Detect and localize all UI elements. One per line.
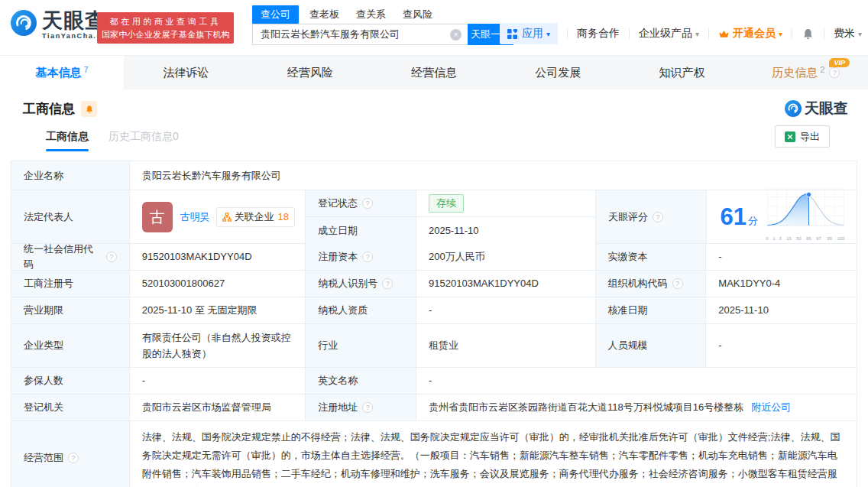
help-icon[interactable]	[106, 252, 117, 262]
open-vip-menu[interactable]: 开通会员	[718, 27, 782, 41]
subscribe-bell-icon[interactable]	[81, 101, 97, 117]
help-icon[interactable]	[68, 453, 79, 463]
established-date-value: 2025-11-10	[429, 223, 479, 239]
slogan-line2: 国家中小企业发展子基金旗下机构	[102, 28, 229, 41]
insured-count-value: -	[142, 373, 145, 388]
table-row: 企业类型 有限责任公司（非自然人投资或控股的法人独资） 行业 租赁业 人员规模 …	[11, 324, 857, 368]
clear-icon[interactable]	[450, 29, 462, 41]
registered-capital-value: 200万人民币	[429, 249, 485, 265]
business-registration-table: 企业名称 贵阳云岩长黔汽车服务有限公司 法定代表人 古 古明昊 关联企业 18 …	[11, 161, 857, 487]
field-label: 成立日期	[318, 223, 358, 239]
excel-icon	[785, 131, 795, 142]
legal-rep-name-link[interactable]: 古明昊	[180, 209, 210, 225]
taxpayer-quality-value: -	[429, 303, 432, 318]
nearby-companies-link[interactable]: 附近公司	[751, 400, 791, 415]
tab-label: 历史信息	[772, 66, 818, 80]
org-chart-icon	[222, 213, 232, 222]
divider	[824, 28, 824, 39]
search-tab-company[interactable]: 查公司	[252, 5, 299, 24]
search-input[interactable]: 贵阳云岩长黔汽车服务有限公司	[252, 24, 468, 45]
field-label: 企业类型	[24, 338, 63, 353]
table-row: 经营范围 法律、法规、国务院决定规定禁止的不得经营；法律、法规、国务院决定规定应…	[11, 421, 857, 487]
apps-menu[interactable]: 应用	[500, 23, 558, 44]
credit-code-value: 91520103MAK1DYY04D	[142, 249, 252, 265]
field-label: 天眼评分	[608, 209, 648, 225]
subtab-history-registration[interactable]: 历史工商信息0	[108, 130, 179, 151]
related-companies-badge[interactable]: 关联企业 18	[216, 207, 295, 227]
tab-company-development[interactable]: 公司发展	[496, 56, 620, 89]
tab-basic-info[interactable]: 基本信息 7	[0, 56, 124, 89]
taxpayer-id-value: 91520103MAK1DYY04D	[429, 276, 539, 291]
field-label: 纳税人资质	[318, 303, 368, 318]
business-info-section: 工商信息 天眼查 工商信息 历史工商信息0 导出	[0, 89, 868, 151]
search-tab-boss[interactable]: 查老板	[309, 8, 339, 21]
help-icon[interactable]	[672, 278, 683, 289]
registration-authority-value: 贵阳市云岩区市场监督管理局	[142, 400, 271, 415]
search-tab-relation[interactable]: 查关系	[356, 8, 386, 21]
help-icon[interactable]	[829, 67, 840, 78]
staff-size-value: -	[718, 338, 721, 353]
divider	[567, 28, 568, 39]
tab-label: 基本信息	[36, 66, 82, 80]
section-title: 工商信息	[23, 100, 75, 118]
export-label: 导出	[800, 130, 820, 144]
table-row: 法定代表人 古 古明昊 关联企业 18 登记状态 存续 成立日期 2025-11…	[11, 190, 857, 244]
status-badge: 存续	[429, 194, 464, 213]
field-label: 注册资本	[318, 249, 358, 265]
score-value: 61	[721, 205, 747, 229]
tab-label: 公司发展	[535, 66, 581, 80]
tab-operation-risk[interactable]: 经营风险	[248, 56, 372, 89]
slogan-line1: 都在用的商业查询工具	[102, 15, 229, 28]
subtab-business-registration[interactable]: 工商信息	[46, 130, 89, 151]
tab-intellectual-property[interactable]: 知识产权	[620, 56, 743, 89]
search-tab-risk[interactable]: 查风险	[403, 8, 432, 21]
tab-count: 7	[84, 65, 89, 74]
business-scope-value: 法律、法规、国务院决定规定禁止的不得经营；法律、法规、国务院决定规定应当许可（审…	[142, 431, 840, 487]
registered-address-value: 贵州省贵阳市云岩区茶园路街道百花大道118号万科悦城项目16号楼整栋	[429, 400, 743, 415]
field-label: 纳税人识别号	[318, 276, 377, 291]
tab-label: 知识产权	[659, 66, 705, 80]
table-row: 参保人数 - 英文名称 -	[11, 368, 857, 394]
tab-legal-proceedings[interactable]: 法律诉讼	[124, 56, 248, 89]
field-label: 英文名称	[318, 373, 358, 388]
search-area: 查公司 查老板 查关系 查风险 贵阳云岩长黔汽车服务有限公司 天眼一下	[252, 5, 513, 45]
table-row: 工商注册号 520103001800627 纳税人识别号 91520103MAK…	[11, 271, 857, 297]
score-unit: 分	[748, 213, 758, 229]
help-icon[interactable]	[653, 212, 663, 222]
field-label: 人员规模	[608, 338, 648, 353]
tab-count: 2	[820, 65, 824, 74]
divider	[629, 28, 630, 39]
related-companies-count: 18	[278, 209, 289, 225]
top-menu: 应用 商务合作 企业级产品 开通会员 费米	[500, 23, 862, 44]
legal-rep-avatar[interactable]: 古	[142, 202, 173, 232]
user-menu[interactable]: 费米	[834, 27, 862, 41]
tab-history-info[interactable]: VIP 历史信息 2	[744, 56, 868, 89]
tab-label: 经营风险	[287, 66, 333, 80]
apps-label: 应用	[522, 27, 543, 41]
help-icon[interactable]	[362, 252, 373, 262]
tianyan-score: 61 分	[707, 190, 857, 244]
export-button[interactable]: 导出	[775, 125, 830, 148]
divider	[792, 28, 792, 39]
cooperation-link[interactable]: 商务合作	[577, 27, 620, 41]
field-label: 经营范围	[24, 450, 63, 466]
help-icon[interactable]	[362, 402, 373, 413]
field-label: 统一社会信用代码	[24, 242, 102, 272]
paid-capital-value: -	[718, 249, 721, 265]
tab-label: 经营信息	[411, 66, 457, 80]
help-icon[interactable]	[362, 198, 373, 209]
enterprise-product-menu[interactable]: 企业级产品	[639, 27, 699, 41]
score-distribution-chart: 01 315 5085 9799 100	[766, 187, 846, 247]
field-label: 登记机关	[24, 400, 63, 415]
table-row: 营业期限 2025-11-10 至 无固定期限 纳税人资质 - 核准日期 202…	[11, 297, 857, 324]
field-label: 参保人数	[24, 373, 63, 388]
help-icon[interactable]	[382, 278, 393, 289]
table-row: 企业名称 贵阳云岩长黔汽车服务有限公司	[11, 161, 857, 190]
tianyancha-logo-icon	[11, 10, 37, 39]
field-label: 注册地址	[318, 400, 358, 415]
tab-business-info[interactable]: 经营信息	[372, 56, 496, 89]
notification-bell-icon[interactable]	[802, 28, 815, 41]
registration-number-value: 520103001800627	[142, 276, 225, 291]
business-term-value: 2025-11-10 至 无固定期限	[142, 303, 257, 318]
vip-badge: VIP	[829, 58, 850, 67]
